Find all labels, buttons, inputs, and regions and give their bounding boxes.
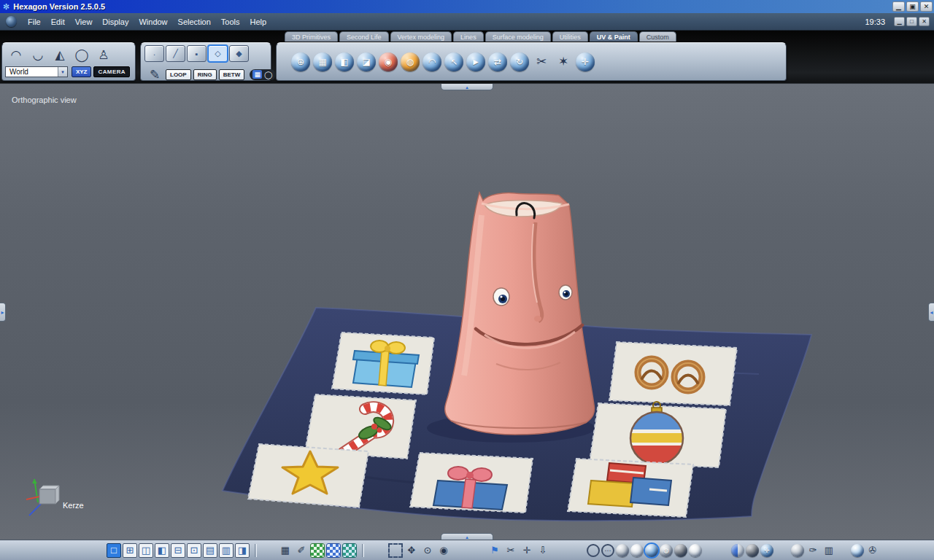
uv-anchor-icon[interactable]: ✛	[520, 543, 534, 558]
uv-fan-icon[interactable]: ✶	[553, 52, 574, 71]
menu-selection[interactable]: Selection	[173, 15, 216, 28]
minimize-button[interactable]: ▁	[892, 1, 905, 12]
uv-select-sphere-icon[interactable]: ►	[466, 52, 485, 71]
tab-second-life[interactable]: Second Life	[339, 31, 389, 42]
menu-display[interactable]: Display	[97, 15, 134, 28]
light-sphere-icon[interactable]	[791, 544, 804, 557]
uv-texture-sphere-icon[interactable]: ◍	[401, 52, 420, 71]
doc-minimize-button[interactable]: ▁	[894, 17, 905, 26]
tab-utilities[interactable]: Utilities	[552, 31, 588, 42]
uv-flag-icon[interactable]: ⚑	[487, 543, 502, 558]
layout-top-split-icon[interactable]: ⊡	[187, 543, 201, 558]
ring-selection-icon[interactable]: ◯	[72, 45, 92, 64]
loop-button[interactable]: LOOP	[166, 69, 191, 80]
face-mode-cube-icon[interactable]: ▪	[187, 45, 207, 62]
restore-button[interactable]: ▣	[906, 1, 919, 12]
tab-lines[interactable]: Lines	[453, 31, 484, 42]
camera-button[interactable]: CAMERA	[93, 66, 130, 77]
doc-maximize-button[interactable]: □	[906, 17, 917, 26]
render-sphere-icon[interactable]	[851, 544, 864, 557]
ghost-sphere-icon[interactable]	[746, 544, 759, 557]
chevron-down-icon[interactable]: ▼	[58, 67, 67, 77]
pan-icon[interactable]: ✥	[404, 543, 419, 558]
cone-selection-icon[interactable]: ◭	[50, 45, 70, 64]
uv-globe-icon[interactable]: ⊕	[291, 52, 310, 71]
candle-object[interactable]	[445, 192, 595, 435]
lasso-selection-icon[interactable]: ◡	[28, 45, 48, 64]
backface-sphere-icon[interactable]	[731, 544, 744, 557]
layout-columns-icon[interactable]: ▥	[219, 543, 234, 558]
tab-surface-modeling[interactable]: Surface modeling	[485, 31, 551, 42]
ring-button[interactable]: RING	[193, 69, 217, 80]
vertex-mode-cube-icon[interactable]: ∙	[144, 45, 164, 62]
ghost-magnet-icon[interactable]: ♙	[93, 45, 114, 64]
viewport[interactable]: Orthographic view Kerze ▴ ▴ ▸ ◂	[0, 83, 934, 540]
layout-quad-icon[interactable]: ⊞	[123, 543, 137, 558]
tab-custom[interactable]: Custom	[639, 31, 676, 42]
uv-drag-sphere-icon[interactable]: ↖	[444, 52, 463, 71]
menu-edit[interactable]: Edit	[46, 15, 70, 28]
layout-left-split-icon[interactable]: ◧	[155, 543, 169, 558]
uv-pin-icon[interactable]: ✛	[576, 52, 595, 71]
menu-help[interactable]: Help	[245, 15, 272, 28]
betw-checker-icon[interactable]: ▦	[252, 70, 262, 79]
uv-scissors-icon[interactable]: ✂	[503, 543, 518, 558]
marquee-select-icon[interactable]	[388, 543, 403, 558]
object-mode-cube-icon[interactable]: ◆	[229, 45, 249, 62]
menu-tools[interactable]: Tools	[216, 15, 245, 28]
shade-smooth-sphere-icon[interactable]	[630, 544, 644, 557]
top-toolbar-collapse-handle[interactable]: ▴	[441, 84, 493, 90]
betw-circle-icon[interactable]: ◯	[263, 70, 273, 79]
zoom-icon[interactable]: ⊙	[420, 543, 435, 558]
tab-uv-paint[interactable]: UV & Paint	[590, 31, 638, 42]
shade-wire-sphere-icon[interactable]	[587, 544, 600, 557]
visibility-eye-icon[interactable]: ◉	[436, 543, 451, 558]
uv-lasso-sphere-icon[interactable]: ◠	[422, 52, 441, 71]
menu-view[interactable]: View	[70, 15, 98, 28]
xyz-button[interactable]: XYZ	[72, 66, 92, 77]
menu-window[interactable]: Window	[134, 15, 172, 28]
uv-material-sphere-icon[interactable]: ◉	[379, 52, 398, 71]
uv-checker-sphere-icon[interactable]: ▦	[313, 52, 332, 71]
betw-button[interactable]: BETW	[219, 69, 245, 80]
shade-wireshade-sphere-icon[interactable]: ◍	[660, 544, 673, 557]
pen-tool-icon[interactable]: ✑	[806, 543, 820, 558]
loop-mode-cube-icon[interactable]: ◇	[208, 45, 228, 62]
edge-mode-cube-icon[interactable]: ╱	[166, 45, 185, 62]
bottom-toolbar-collapse-handle[interactable]: ▴	[441, 533, 493, 540]
left-panel-collapse-handle[interactable]: ▸	[0, 303, 6, 322]
layout-right-split-icon[interactable]: ◫	[139, 543, 153, 558]
edge-pen-icon[interactable]: ✎	[144, 65, 165, 84]
uv-box-projection-icon[interactable]: ◪	[357, 52, 376, 71]
close-button[interactable]: ✕	[920, 1, 933, 12]
uvmap-grid-icon[interactable]: ▦	[278, 543, 293, 558]
viewport-canvas[interactable]	[0, 84, 934, 540]
layout-rows-icon[interactable]: ▤	[203, 543, 217, 558]
split-panel-icon[interactable]: ▥	[822, 543, 836, 558]
shade-flat-sphere-icon[interactable]	[616, 544, 629, 557]
checker-green-icon[interactable]	[310, 543, 325, 558]
uv-drop-icon[interactable]: ⇩	[536, 543, 550, 558]
checker-blue-icon[interactable]	[326, 543, 341, 558]
layout-bottom-split-icon[interactable]: ⊟	[171, 543, 185, 558]
shade-textured-sphere-icon[interactable]	[645, 544, 658, 557]
world-dropdown[interactable]: World ▼	[5, 66, 68, 77]
checker-teal-icon[interactable]	[342, 543, 357, 558]
tab-vertex-modeling[interactable]: Vertex modeling	[390, 31, 452, 42]
menu-file[interactable]: File	[23, 15, 46, 28]
tab-3d-primitives[interactable]: 3D Primitives	[285, 31, 338, 42]
uv-mirror-icon[interactable]: ⇄	[488, 52, 507, 71]
paintbrush-icon[interactable]: ✐	[294, 543, 309, 558]
right-panel-collapse-handle[interactable]: ◂	[928, 303, 934, 322]
shade-points-sphere-icon[interactable]: ⋯	[601, 544, 614, 557]
snapshot-camera-icon[interactable]: ✇	[865, 543, 880, 558]
doc-close-button[interactable]: ✕	[919, 17, 930, 26]
uv-knife-icon[interactable]: ✂	[531, 52, 552, 71]
soft-selection-icon[interactable]: ◠	[6, 45, 26, 64]
shade-matte-sphere-icon[interactable]	[674, 544, 687, 557]
layout-single-icon[interactable]: □	[107, 543, 121, 558]
layout-two-columns-icon[interactable]: ◨	[235, 543, 250, 558]
axes-sphere-icon[interactable]: ✛	[760, 544, 773, 557]
uv-checker-corner-icon[interactable]: ◧	[335, 52, 354, 71]
shade-glossy-sphere-icon[interactable]	[689, 544, 702, 557]
